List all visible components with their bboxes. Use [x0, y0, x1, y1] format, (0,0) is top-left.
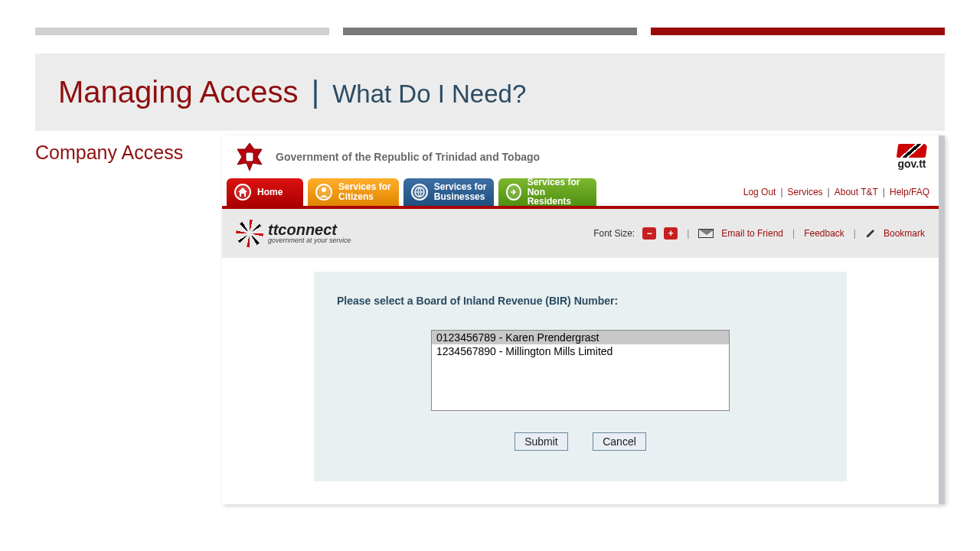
slide-title-bar: Managing Access | What Do I Need? [35, 54, 945, 131]
ttconnect-star-icon [236, 220, 263, 247]
govtt-label: gov.tt [897, 158, 926, 170]
accent-bar [343, 28, 637, 35]
ttconnect-wordmark: ttconnect [268, 223, 351, 236]
form-area: Please select a Board of Inland Revenue … [222, 258, 939, 504]
slide-title-separator: | [312, 75, 319, 109]
slide-accent-bars [35, 28, 945, 35]
arrow-icon [506, 184, 521, 201]
slide-title-main: Managing Access [58, 75, 299, 109]
gov-header: Government of the Republic of Trinidad a… [222, 135, 939, 178]
tt-flag-icon [897, 144, 928, 158]
company-access-label: Company Access [35, 142, 204, 164]
globe-icon [411, 184, 428, 201]
submit-button[interactable]: Submit [514, 432, 568, 451]
font-decrease-button[interactable]: − [642, 227, 656, 240]
font-size-label: Font Size: [593, 228, 635, 239]
embedded-browser-window: Government of the Republic of Trinidad a… [222, 135, 945, 504]
nav-home-label: Home [257, 187, 283, 197]
ttconnect-logo: ttconnect government at your service [236, 220, 351, 247]
bir-select-panel: Please select a Board of Inland Revenue … [314, 272, 847, 481]
page-tools: Font Size: − + | Email to Friend | Feedb… [593, 227, 925, 240]
person-icon [315, 184, 332, 201]
svg-rect-0 [246, 152, 253, 161]
bookmark-link[interactable]: Bookmark [884, 228, 925, 239]
bir-number-listbox[interactable]: 0123456789 - Karen Prendergrast 12345678… [431, 330, 730, 411]
nav-citizens[interactable]: Services for Citizens [308, 178, 399, 206]
about-link[interactable]: About T&T [835, 187, 878, 197]
cancel-button[interactable]: Cancel [593, 432, 646, 451]
nav-business-label: Services for Businesses [434, 182, 487, 201]
gov-header-title: Government of the Republic of Trinidad a… [276, 151, 540, 163]
nav-home[interactable]: Home [227, 178, 303, 206]
font-increase-button[interactable]: + [664, 227, 678, 240]
nav-nonres-label: Services for Non Residents [528, 178, 590, 206]
envelope-icon [698, 229, 714, 238]
email-friend-link[interactable]: Email to Friend [721, 228, 783, 239]
nav-utility-links: Log Out| Services| About T&T| Help/FAQ [743, 187, 929, 197]
svg-point-1 [322, 187, 326, 192]
list-item[interactable]: 0123456789 - Karen Prendergrast [432, 331, 729, 344]
accent-bar [651, 28, 945, 35]
logout-link[interactable]: Log Out [743, 187, 776, 197]
slide-title-sub: What Do I Need? [332, 80, 526, 108]
govtt-logo: gov.tt [897, 144, 926, 170]
slide-title: Managing Access | What Do I Need? [58, 75, 922, 109]
form-buttons: Submit Cancel [337, 432, 824, 451]
ttconnect-tagline: government at your service [268, 236, 351, 244]
coat-of-arms-icon [231, 142, 268, 172]
slide-side-label: Company Access [35, 135, 204, 504]
nav-businesses[interactable]: Services for Businesses [403, 178, 495, 206]
nav-citizens-label: Services for Citizens [338, 182, 391, 201]
main-nav: Home Services for Citizens Services for … [222, 178, 939, 206]
help-link[interactable]: Help/FAQ [890, 187, 929, 197]
accent-bar [35, 28, 329, 35]
feedback-link[interactable]: Feedback [804, 228, 844, 239]
services-link[interactable]: Services [788, 187, 823, 197]
brand-toolbar: ttconnect government at your service Fon… [222, 209, 939, 258]
pencil-icon [865, 228, 876, 239]
nav-non-residents[interactable]: Services for Non Residents [498, 178, 596, 206]
list-item[interactable]: 1234567890 - Millington Mills Limited [432, 344, 729, 358]
bir-select-heading: Please select a Board of Inland Revenue … [337, 295, 824, 307]
home-icon [234, 184, 251, 201]
